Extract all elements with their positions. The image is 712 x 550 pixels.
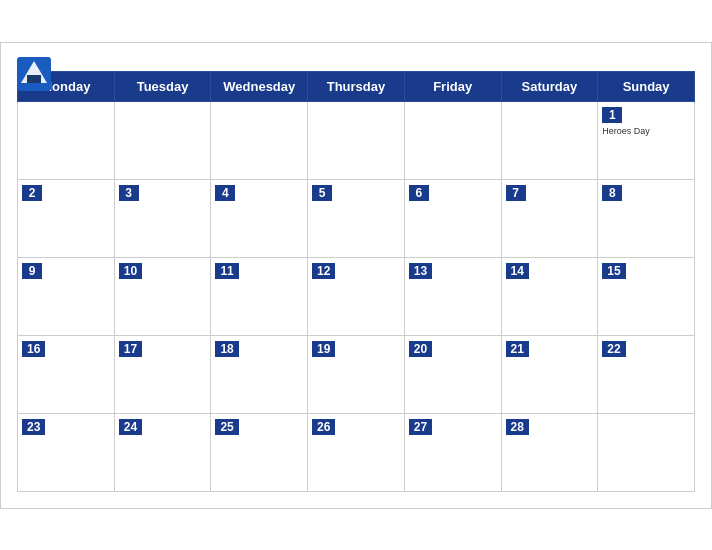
calendar-cell: 5 bbox=[308, 179, 405, 257]
day-number: 21 bbox=[506, 341, 529, 357]
calendar-cell: 22 bbox=[598, 335, 695, 413]
calendar-cell: 7 bbox=[501, 179, 598, 257]
weekday-header-row: MondayTuesdayWednesdayThursdayFridaySatu… bbox=[18, 71, 695, 101]
calendar-cell: 9 bbox=[18, 257, 115, 335]
calendar-cell: 6 bbox=[404, 179, 501, 257]
logo-area bbox=[17, 57, 55, 91]
svg-rect-2 bbox=[27, 75, 41, 83]
logo-icon bbox=[17, 57, 51, 91]
calendar-cell bbox=[598, 413, 695, 491]
calendar-cell: 21 bbox=[501, 335, 598, 413]
day-number: 14 bbox=[506, 263, 529, 279]
day-number: 23 bbox=[22, 419, 45, 435]
calendar-cell: 16 bbox=[18, 335, 115, 413]
day-number: 9 bbox=[22, 263, 42, 279]
day-number: 26 bbox=[312, 419, 335, 435]
day-number: 24 bbox=[119, 419, 142, 435]
calendar-cell bbox=[308, 101, 405, 179]
calendar-cell: 27 bbox=[404, 413, 501, 491]
day-number: 20 bbox=[409, 341, 432, 357]
calendar-cell bbox=[211, 101, 308, 179]
day-number: 6 bbox=[409, 185, 429, 201]
day-number: 19 bbox=[312, 341, 335, 357]
day-number: 7 bbox=[506, 185, 526, 201]
calendar-cell: 13 bbox=[404, 257, 501, 335]
calendar-cell bbox=[18, 101, 115, 179]
calendar-cell: 24 bbox=[114, 413, 211, 491]
calendar-cell: 20 bbox=[404, 335, 501, 413]
calendar-cell: 8 bbox=[598, 179, 695, 257]
calendar-cell: 3 bbox=[114, 179, 211, 257]
week-row-5: 232425262728 bbox=[18, 413, 695, 491]
day-number: 5 bbox=[312, 185, 332, 201]
calendar-cell: 10 bbox=[114, 257, 211, 335]
weekday-header-sunday: Sunday bbox=[598, 71, 695, 101]
calendar-cell bbox=[501, 101, 598, 179]
calendar-cell: 15 bbox=[598, 257, 695, 335]
calendar-cell: 4 bbox=[211, 179, 308, 257]
calendar-cell bbox=[404, 101, 501, 179]
day-number: 1 bbox=[602, 107, 622, 123]
weekday-header-friday: Friday bbox=[404, 71, 501, 101]
calendar-container: MondayTuesdayWednesdayThursdayFridaySatu… bbox=[0, 42, 712, 509]
calendar-cell: 12 bbox=[308, 257, 405, 335]
week-row-4: 16171819202122 bbox=[18, 335, 695, 413]
day-number: 8 bbox=[602, 185, 622, 201]
week-row-2: 2345678 bbox=[18, 179, 695, 257]
week-row-1: 1Heroes Day bbox=[18, 101, 695, 179]
calendar-cell: 2 bbox=[18, 179, 115, 257]
day-number: 17 bbox=[119, 341, 142, 357]
day-number: 4 bbox=[215, 185, 235, 201]
weekday-header-saturday: Saturday bbox=[501, 71, 598, 101]
day-number: 15 bbox=[602, 263, 625, 279]
day-number: 28 bbox=[506, 419, 529, 435]
holiday-name: Heroes Day bbox=[602, 126, 690, 136]
week-row-3: 9101112131415 bbox=[18, 257, 695, 335]
day-number: 25 bbox=[215, 419, 238, 435]
calendar-cell: 17 bbox=[114, 335, 211, 413]
weekday-header-thursday: Thursday bbox=[308, 71, 405, 101]
day-number: 3 bbox=[119, 185, 139, 201]
calendar-cell: 11 bbox=[211, 257, 308, 335]
day-number: 27 bbox=[409, 419, 432, 435]
calendar-cell: 28 bbox=[501, 413, 598, 491]
weekday-header-wednesday: Wednesday bbox=[211, 71, 308, 101]
day-number: 12 bbox=[312, 263, 335, 279]
day-number: 18 bbox=[215, 341, 238, 357]
day-number: 16 bbox=[22, 341, 45, 357]
day-number: 2 bbox=[22, 185, 42, 201]
calendar-cell: 26 bbox=[308, 413, 405, 491]
day-number: 13 bbox=[409, 263, 432, 279]
day-number: 11 bbox=[215, 263, 238, 279]
calendar-cell: 25 bbox=[211, 413, 308, 491]
calendar-header bbox=[17, 53, 695, 71]
calendar-cell: 14 bbox=[501, 257, 598, 335]
calendar-cell: 19 bbox=[308, 335, 405, 413]
calendar-cell: 1Heroes Day bbox=[598, 101, 695, 179]
calendar-cell: 23 bbox=[18, 413, 115, 491]
day-number: 22 bbox=[602, 341, 625, 357]
calendar-cell: 18 bbox=[211, 335, 308, 413]
calendar-cell bbox=[114, 101, 211, 179]
calendar-table: MondayTuesdayWednesdayThursdayFridaySatu… bbox=[17, 71, 695, 492]
weekday-header-tuesday: Tuesday bbox=[114, 71, 211, 101]
day-number: 10 bbox=[119, 263, 142, 279]
